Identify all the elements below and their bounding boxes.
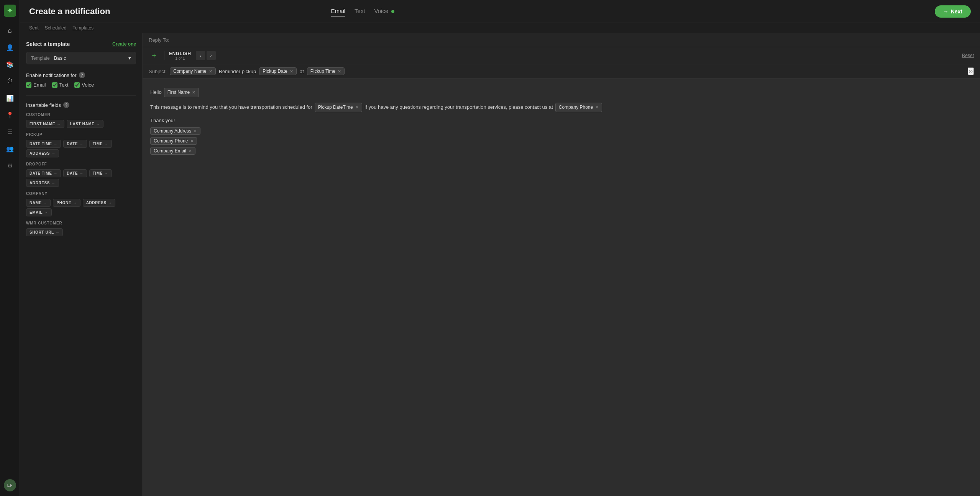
field-btn-dropoff-datetime[interactable]: DATE TIME →: [26, 169, 61, 177]
insertable-fields-section: Insertable fields ?: [26, 102, 136, 108]
language-name: ENGLISH: [169, 51, 191, 56]
tab-email[interactable]: Email: [331, 6, 346, 16]
arrow-icon: →: [79, 171, 84, 175]
divider: [26, 95, 136, 96]
field-btn-short-url[interactable]: SHORT URL →: [26, 228, 63, 236]
thank-you-text: Thank you!: [150, 118, 972, 123]
sidebar-item-chart[interactable]: 📊: [3, 91, 17, 105]
email-checkbox-label[interactable]: Email: [26, 82, 46, 88]
sub-nav-templates[interactable]: Templates: [72, 25, 94, 31]
arrow-icon: →: [104, 142, 108, 146]
prev-language-button[interactable]: ‹: [196, 51, 205, 60]
arrow-icon: →: [51, 181, 56, 185]
pickup-group-label: PICKUP: [26, 133, 136, 137]
field-btn-dropoff-address[interactable]: ADDRESS →: [26, 179, 59, 187]
next-language-button[interactable]: ›: [207, 51, 216, 60]
sidebar-item-settings[interactable]: ⚙: [3, 159, 17, 172]
remove-company-phone-sig-tag[interactable]: ✕: [190, 139, 194, 144]
arrow-icon: →: [73, 201, 77, 205]
sub-nav-sent[interactable]: Sent: [29, 25, 39, 31]
template-dropdown[interactable]: Template Basic ▾: [26, 52, 136, 64]
dropoff-fields: DATE TIME → DATE → TIME →: [26, 169, 136, 177]
signature-tag-email: Company Email ✕: [150, 147, 972, 155]
remove-company-address-sig-tag[interactable]: ✕: [194, 129, 197, 134]
arrow-icon: →: [44, 210, 48, 214]
sidebar-item-users[interactable]: 👤: [3, 41, 17, 54]
arrow-icon: →: [54, 171, 58, 175]
body-prefix: This message is to remind you that you h…: [150, 103, 312, 111]
arrow-icon: →: [96, 122, 100, 126]
greeting-tag-first-name: First Name ✕: [164, 88, 199, 97]
arrow-icon: →: [54, 142, 58, 146]
remove-pickup-date-tag[interactable]: ✕: [290, 69, 293, 74]
email-checkbox[interactable]: [26, 82, 31, 88]
voice-info-dot: [391, 10, 394, 13]
sidebar-item-group[interactable]: 👥: [3, 142, 17, 156]
text-checkbox[interactable]: [52, 82, 57, 88]
template-label: Template: [31, 56, 50, 61]
voice-checkbox-label[interactable]: Voice: [74, 82, 94, 88]
field-btn-company-phone[interactable]: PHONE →: [53, 199, 80, 207]
avatar[interactable]: LF: [4, 479, 16, 491]
sub-nav-scheduled[interactable]: Scheduled: [45, 25, 67, 31]
create-one-link[interactable]: Create one: [112, 41, 136, 47]
remove-first-name-tag[interactable]: ✕: [192, 89, 195, 96]
text-checkbox-label[interactable]: Text: [52, 82, 69, 88]
field-btn-dropoff-time[interactable]: TIME →: [89, 169, 112, 177]
arrow-icon: →: [79, 142, 84, 146]
app-logo[interactable]: ✦: [4, 5, 16, 17]
language-count: 1 of 1: [175, 56, 185, 61]
email-editor: Reply To: + ENGLISH 1 of 1 ‹ › Reset Sub…: [143, 33, 980, 496]
subject-clear-button[interactable]: ⊗: [968, 67, 974, 75]
field-btn-last-name[interactable]: LAST NAME →: [67, 120, 103, 128]
email-body[interactable]: Hello First Name ✕ This message is to re…: [143, 79, 980, 496]
sidebar: ✦ ⌂ 👤 📚 ⏱ 📊 📍 ☰ 👥 ⚙ LF: [0, 0, 20, 496]
sidebar-item-home[interactable]: ⌂: [3, 24, 17, 38]
language-info: ENGLISH 1 of 1: [169, 51, 191, 61]
sidebar-item-location[interactable]: 📍: [3, 108, 17, 122]
field-btn-dropoff-date[interactable]: DATE →: [63, 169, 87, 177]
tab-voice[interactable]: Voice: [374, 6, 395, 16]
field-btn-company-address[interactable]: ADDRESS →: [83, 199, 116, 207]
voice-checkbox[interactable]: [74, 82, 80, 88]
sub-nav: Sent Scheduled Templates: [20, 23, 980, 33]
wmr-group-label: WMR CUSTOMER: [26, 221, 136, 225]
enable-notifications-section: Enable notifications for ? Email Text Vo…: [26, 72, 136, 88]
tab-text[interactable]: Text: [355, 6, 365, 16]
remove-pickup-time-tag[interactable]: ✕: [338, 69, 341, 74]
field-btn-first-name[interactable]: FIRST NAME →: [26, 120, 64, 128]
sidebar-item-list[interactable]: ☰: [3, 125, 17, 139]
dropoff-address-field: ADDRESS →: [26, 179, 136, 187]
insertable-info-icon[interactable]: ?: [63, 102, 69, 108]
reset-button[interactable]: Reset: [962, 53, 974, 58]
content-area: Select a template Create one Template Ba…: [20, 33, 980, 496]
arrow-icon: →: [57, 122, 61, 126]
reply-to-label: Reply To:: [149, 37, 169, 43]
signature-tag-phone: Company Phone ✕: [150, 137, 972, 145]
page-title: Create a notification: [29, 7, 331, 16]
field-btn-pickup-date[interactable]: DATE →: [63, 140, 87, 148]
add-language-button[interactable]: +: [149, 50, 159, 61]
remove-company-email-sig-tag[interactable]: ✕: [189, 149, 192, 154]
field-btn-company-name[interactable]: NAME →: [26, 199, 51, 207]
arrow-icon: →: [43, 201, 48, 205]
pickup-fields: DATE TIME → DATE → TIME →: [26, 140, 136, 148]
field-btn-pickup-time[interactable]: TIME →: [89, 140, 112, 148]
field-btn-pickup-address[interactable]: ADDRESS →: [26, 149, 59, 157]
company-fields-row1: NAME → PHONE → ADDRESS →: [26, 199, 136, 207]
remove-pickup-datetime-tag[interactable]: ✕: [355, 104, 359, 111]
remove-company-name-tag[interactable]: ✕: [209, 69, 212, 74]
template-value: Basic: [54, 55, 66, 61]
sidebar-item-clock[interactable]: ⏱: [3, 74, 17, 88]
language-nav: ‹ ›: [196, 51, 216, 60]
sidebar-item-book[interactable]: 📚: [3, 57, 17, 71]
signature-tag-address: Company Address ✕: [150, 127, 972, 135]
wmr-fields: SHORT URL →: [26, 228, 136, 236]
field-btn-company-email[interactable]: EMAIL →: [26, 208, 52, 216]
greeting-line: Hello First Name ✕: [150, 88, 972, 97]
remove-company-phone-tag[interactable]: ✕: [595, 104, 599, 111]
company-fields-row2: EMAIL →: [26, 208, 136, 216]
next-button[interactable]: → Next: [935, 5, 971, 18]
field-btn-pickup-datetime[interactable]: DATE TIME →: [26, 140, 61, 148]
enable-info-icon[interactable]: ?: [79, 72, 85, 78]
